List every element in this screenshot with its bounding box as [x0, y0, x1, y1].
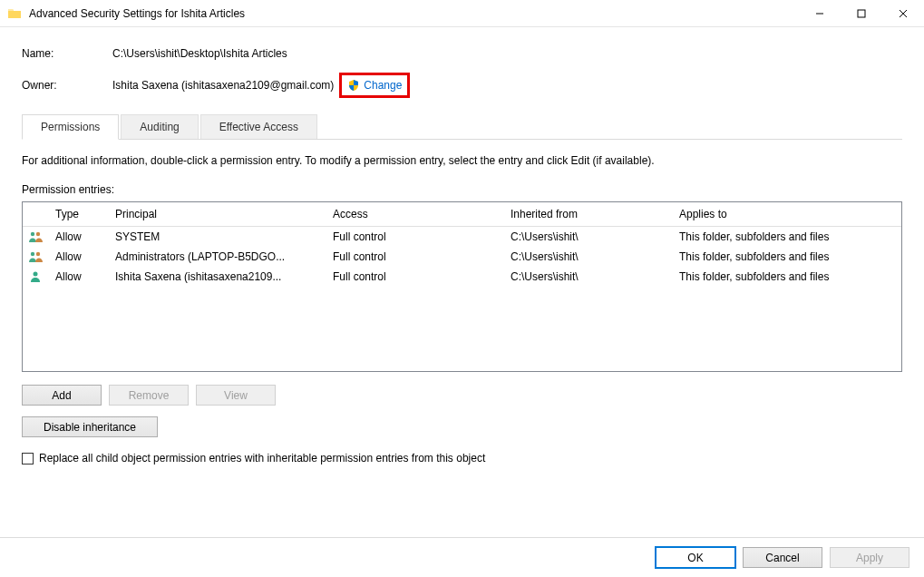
svg-point-7	[36, 252, 40, 256]
permission-entries-table[interactable]: Type Principal Access Inherited from App…	[22, 201, 902, 372]
th-principal[interactable]: Principal	[110, 205, 327, 223]
td-principal: Ishita Saxena (ishitasaxena2109...	[110, 268, 327, 286]
name-value: C:\Users\ishit\Desktop\Ishita Articles	[112, 47, 287, 60]
td-principal: Administrators (LAPTOP-B5DGO...	[110, 248, 327, 266]
replace-child-checkbox[interactable]	[22, 453, 34, 465]
td-type: Allow	[50, 268, 110, 286]
maximize-button[interactable]	[841, 0, 882, 27]
td-inherited: C:\Users\ishit\	[505, 268, 674, 286]
permissions-info-text: For additional information, double-click…	[22, 154, 902, 167]
tab-bar: Permissions Auditing Effective Access	[22, 114, 902, 140]
svg-point-4	[31, 232, 34, 236]
window-title: Advanced Security Settings for Ishita Ar…	[29, 7, 799, 20]
dialog-footer: OK Cancel Apply	[0, 537, 924, 577]
view-button[interactable]: View	[196, 385, 276, 406]
td-principal: SYSTEM	[110, 228, 327, 246]
td-type: Allow	[50, 228, 110, 246]
remove-button[interactable]: Remove	[109, 385, 189, 406]
principal-icon	[23, 248, 50, 266]
close-button[interactable]	[882, 0, 924, 27]
permission-entries-label: Permission entries:	[22, 183, 902, 196]
tab-effective-access[interactable]: Effective Access	[200, 114, 317, 139]
shield-icon	[347, 79, 360, 92]
th-inherited[interactable]: Inherited from	[505, 205, 674, 223]
change-owner-link[interactable]: Change	[364, 79, 402, 92]
td-access: Full control	[327, 268, 505, 286]
svg-rect-1	[858, 10, 865, 17]
apply-button[interactable]: Apply	[830, 547, 909, 568]
td-access: Full control	[327, 248, 505, 266]
table-row[interactable]: AllowAdministrators (LAPTOP-B5DGO...Full…	[23, 247, 901, 267]
tab-permissions[interactable]: Permissions	[22, 114, 119, 140]
minimize-button[interactable]	[799, 0, 841, 27]
svg-point-5	[36, 232, 40, 236]
td-type: Allow	[50, 248, 110, 266]
table-row[interactable]: AllowSYSTEMFull controlC:\Users\ishit\Th…	[23, 227, 901, 247]
name-label: Name:	[22, 47, 112, 60]
disable-inheritance-button[interactable]: Disable inheritance	[22, 416, 158, 437]
folder-icon	[7, 6, 22, 21]
principal-icon	[23, 268, 50, 286]
tab-auditing[interactable]: Auditing	[121, 114, 198, 139]
ok-button[interactable]: OK	[656, 547, 735, 568]
cancel-button[interactable]: Cancel	[743, 547, 822, 568]
td-inherited: C:\Users\ishit\	[505, 228, 674, 246]
svg-point-8	[34, 272, 38, 277]
table-header: Type Principal Access Inherited from App…	[23, 202, 901, 227]
window-controls	[799, 0, 924, 27]
change-highlight: Change	[339, 73, 410, 98]
add-button[interactable]: Add	[22, 385, 102, 406]
td-applies: This folder, subfolders and files	[674, 268, 901, 286]
td-applies: This folder, subfolders and files	[674, 228, 901, 246]
th-applies[interactable]: Applies to	[674, 205, 901, 223]
titlebar: Advanced Security Settings for Ishita Ar…	[0, 0, 924, 27]
replace-child-label[interactable]: Replace all child object permission entr…	[39, 452, 485, 465]
principal-icon	[23, 228, 50, 246]
table-row[interactable]: AllowIshita Saxena (ishitasaxena2109...F…	[23, 267, 901, 287]
th-access[interactable]: Access	[327, 205, 505, 223]
svg-point-6	[31, 252, 34, 256]
td-applies: This folder, subfolders and files	[674, 248, 901, 266]
td-inherited: C:\Users\ishit\	[505, 248, 674, 266]
owner-label: Owner:	[22, 79, 112, 92]
td-access: Full control	[327, 228, 505, 246]
owner-value: Ishita Saxena (ishitasaxena2109@gmail.co…	[112, 79, 334, 92]
th-type[interactable]: Type	[50, 205, 110, 223]
